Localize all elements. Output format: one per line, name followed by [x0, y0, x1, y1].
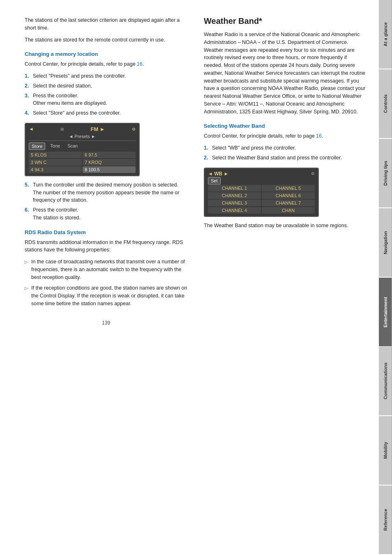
fm-display-top-row: ◄ ⊞ FM ► ⚙ [29, 126, 136, 132]
right-column: Weather Band* Weather Radio is a service… [204, 16, 367, 326]
step-2: 2.Select the desired station. [25, 82, 187, 90]
wb-channel-6: CHANNEL 6 [262, 192, 315, 199]
main-content: The stations of the last selection crite… [0, 0, 379, 342]
wb-step-1: 1.Select "WB" and press the controller. [204, 144, 367, 152]
fm-station-4: 7 KROQ [83, 159, 136, 166]
fm-stations-grid: 5 KLOS 6 97.5 3 WN C 7 KROQ 4 94.3 8 100… [29, 152, 136, 173]
intro-para-1: The stations of the last selection crite… [25, 16, 187, 32]
wb-label: ◄ WB ► [208, 171, 228, 177]
fm-station-1: 5 KLOS [29, 152, 82, 158]
fm-presets-row: ◄ Presets ► [29, 134, 136, 141]
selecting-weather-steps: 1.Select "WB" and press the controller. … [204, 144, 367, 162]
wb-top-row: ◄ WB ► ⚙ [208, 171, 315, 177]
fm-menu-row: Store Tone Scan [29, 143, 136, 150]
rds-bullet-1-text: In the case of broadcasting networks tha… [31, 258, 187, 281]
sidebar-tab-at-a-glance[interactable]: At a glance [379, 0, 392, 69]
sidebar-tab-communications[interactable]: Communications [379, 347, 392, 415]
fm-store-btn: Store [29, 143, 45, 150]
selecting-weather-page-ref[interactable]: 16 [316, 133, 322, 139]
step-4: 4.Select "Store" and press the controlle… [25, 109, 187, 117]
sidebar-tab-navigation[interactable]: Navigation [379, 208, 392, 277]
wb-channel-7: CHANNEL 7 [262, 200, 315, 206]
fm-station-2: 6 97.5 [83, 152, 136, 158]
fm-display-mockup: ◄ ⊞ FM ► ⚙ ◄ Presets ► Store Tone Scan 5… [25, 123, 140, 176]
wb-channel-2: CHANNEL 2 [208, 192, 261, 199]
selecting-weather-body: Control Center, for principle details, r… [204, 132, 367, 140]
fm-icon: ⊞ [60, 127, 64, 131]
fm-tone-label: Tone [48, 143, 62, 150]
left-column: The stations of the last selection crite… [25, 16, 187, 326]
changing-memory-steps-1-4: 1.Select "Presets" and press the control… [25, 72, 187, 117]
selecting-weather-heading: Selecting Weather Band [204, 123, 367, 129]
wb-channel-4: CHANNEL 4 [208, 207, 261, 214]
fm-station-5: 4 94.3 [29, 166, 82, 173]
changing-memory-page-ref[interactable]: 16 [137, 61, 143, 67]
changing-memory-body: Control Center, for principle details, r… [25, 60, 187, 68]
rds-bullet-2-text: If the reception conditions are good, th… [31, 284, 187, 307]
wb-channels-grid: CHANNEL 1 CHANNEL 5 CHANNEL 2 CHANNEL 6 … [208, 185, 315, 214]
wb-channel-3: CHANNEL 3 [208, 200, 261, 206]
wb-settings-icon: ⚙ [311, 171, 315, 176]
wb-set-row: Set [208, 178, 315, 183]
weather-band-body: Weather Radio is a service of the Nation… [204, 31, 367, 115]
rds-heading: RDS Radio Data System [25, 229, 187, 235]
fm-station-3: 3 WN C [29, 159, 82, 166]
sidebar-tab-entertainment[interactable]: Entertainment [379, 278, 392, 346]
intro-para-2: The stations are stored for the remote c… [25, 36, 187, 44]
fm-scan-label: Scan [65, 143, 80, 150]
fm-arrow-left-icon: ◄ [29, 126, 34, 132]
weather-band-title: Weather Band* [204, 16, 367, 26]
page-number: 139 [25, 320, 187, 326]
sidebar: At a glance Controls Driving tips Naviga… [379, 0, 392, 555]
fm-label: FM ► [90, 126, 105, 132]
sidebar-tab-mobility[interactable]: Mobility [379, 416, 392, 485]
rds-bullet-1: ▷ In the case of broadcasting networks t… [25, 258, 187, 281]
bullet-arrow-icon-2: ▷ [25, 285, 29, 307]
step-5: 5. Turn the controller until the desired… [25, 181, 187, 204]
step-3: 3.Press the controller.Other menu items … [25, 92, 187, 108]
changing-memory-heading: Changing a memory location [25, 51, 187, 57]
sidebar-tab-reference[interactable]: Reference [379, 486, 392, 554]
wb-note: The Weather Band station may be unavaila… [204, 222, 367, 230]
step-1: 1.Select "Presets" and press the control… [25, 72, 187, 80]
wb-channel-8: CHAN [262, 207, 315, 214]
rds-body: RDS transmits additional information in … [25, 239, 187, 254]
changing-memory-steps-5-6: 5. Turn the controller until the desired… [25, 181, 187, 222]
bullet-arrow-icon-1: ▷ [25, 259, 29, 281]
wb-channel-5: CHANNEL 5 [262, 185, 315, 191]
wb-display-mockup: ◄ WB ► ⚙ Set CHANNEL 1 CHANNEL 5 CHANNEL… [204, 168, 319, 217]
sidebar-tab-controls[interactable]: Controls [379, 69, 392, 138]
step-6: 6. Press the controller.The station is s… [25, 206, 187, 222]
wb-step-2: 2.Select the Weather Band station and pr… [204, 154, 367, 162]
fm-settings-icon: ⚙ [132, 127, 136, 131]
rds-bullet-2: ▷ If the reception conditions are good, … [25, 284, 187, 307]
sidebar-tab-driving-tips[interactable]: Driving tips [379, 139, 392, 207]
wb-set-button: Set [208, 177, 221, 184]
wb-channel-1: CHANNEL 1 [208, 185, 261, 191]
rds-bullets: ▷ In the case of broadcasting networks t… [25, 258, 187, 308]
fm-station-6: 8 100.5 [83, 166, 136, 173]
